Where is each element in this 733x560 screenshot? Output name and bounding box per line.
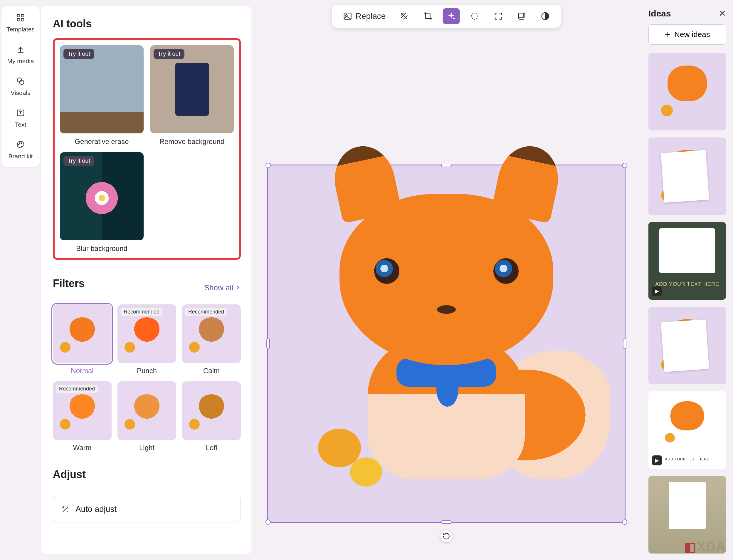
idea-thumb-3[interactable]: ADD YOUR TEXT HERE ▶	[648, 222, 726, 300]
resize-handle-bl[interactable]	[266, 519, 271, 525]
ai-remove-background[interactable]: Try it out Remove background	[150, 45, 234, 146]
resize-handle-tl[interactable]	[266, 163, 271, 168]
layers-icon	[516, 11, 526, 21]
filter-normal[interactable]: Normal	[53, 304, 112, 375]
chevron-right-icon	[235, 285, 241, 291]
filter-calm-thumb: Recommended	[182, 304, 241, 363]
ideas-heading: Ideas	[648, 9, 671, 19]
ai-blur-background[interactable]: Try it out Blur background	[60, 152, 144, 253]
expand-button[interactable]	[489, 8, 506, 24]
nav-text-label: Text	[15, 121, 26, 128]
svg-point-9	[21, 143, 22, 144]
idea-thumb-2[interactable]	[648, 138, 726, 215]
filter-punch-thumb: Recommended	[118, 304, 176, 363]
filters-heading: Filters	[53, 277, 85, 290]
image-icon	[343, 11, 353, 21]
filter-warm-thumb: Recommended	[53, 381, 112, 440]
rotate-icon	[442, 532, 450, 540]
visuals-icon	[16, 76, 25, 86]
watermark: ◧XDA	[684, 539, 726, 554]
remove-bg-icon	[399, 11, 409, 21]
filter-lofi[interactable]: Lofi	[182, 381, 241, 452]
rotate-handle[interactable]	[440, 530, 453, 543]
filter-punch-label: Punch	[137, 367, 157, 375]
video-badge-icon: ▶	[652, 455, 662, 465]
auto-adjust-label: Auto adjust	[76, 504, 117, 514]
nav-templates-label: Templates	[6, 26, 35, 33]
video-badge-icon: ▶	[652, 286, 662, 296]
idea-thumb-4[interactable]	[648, 307, 726, 384]
remove-bg-button[interactable]	[395, 8, 412, 24]
recommended-badge: Recommended	[120, 307, 163, 316]
opacity-icon	[540, 11, 550, 21]
recommended-badge: Recommended	[185, 307, 227, 316]
resize-handle-r[interactable]	[623, 338, 626, 349]
ai-remove-background-label: Remove background	[150, 138, 234, 146]
lasso-button[interactable]	[466, 8, 483, 24]
resize-handle-b[interactable]	[441, 520, 452, 524]
try-it-out-badge: Try it out	[154, 49, 185, 59]
new-ideas-button[interactable]: New ideas	[648, 24, 726, 45]
ai-generative-erase-thumb: Try it out	[60, 45, 144, 133]
magic-wand-icon	[61, 505, 70, 513]
close-ideas-button[interactable]: ✕	[719, 8, 726, 19]
layers-button[interactable]	[513, 8, 530, 24]
nav-brand-kit[interactable]: Brand kit	[9, 140, 33, 160]
resize-handle-l[interactable]	[266, 338, 270, 349]
nav-rail: Templates My media Visuals Text	[0, 0, 41, 560]
nav-card: Templates My media Visuals Text	[1, 6, 40, 167]
adjust-heading: Adjust	[53, 468, 241, 481]
nav-my-media[interactable]: My media	[7, 45, 34, 65]
svg-rect-13	[519, 13, 523, 18]
crop-button[interactable]	[419, 8, 436, 24]
auto-adjust-button[interactable]: Auto adjust	[53, 496, 241, 522]
filter-warm[interactable]: Recommended Warm	[53, 381, 112, 452]
upload-icon	[16, 45, 25, 54]
filter-light[interactable]: Light	[118, 381, 176, 452]
resize-handle-t[interactable]	[441, 164, 452, 167]
nav-templates[interactable]: Templates	[6, 13, 35, 33]
filter-punch[interactable]: Recommended Punch	[118, 304, 176, 375]
filter-calm-label: Calm	[203, 367, 220, 375]
nav-my-media-label: My media	[7, 58, 34, 65]
try-it-out-badge: Try it out	[63, 156, 94, 166]
filter-normal-thumb	[53, 304, 112, 363]
nav-visuals-label: Visuals	[11, 89, 30, 96]
filter-lofi-thumb	[182, 381, 241, 440]
text-icon	[16, 108, 25, 118]
nav-visuals[interactable]: Visuals	[11, 76, 30, 96]
crop-icon	[422, 11, 432, 21]
canvas-area[interactable]: Replace	[251, 0, 641, 560]
nav-text[interactable]: Text	[15, 108, 26, 128]
svg-rect-0	[17, 14, 20, 17]
canvas-fox-illustration	[268, 165, 625, 522]
filter-light-thumb	[118, 381, 176, 440]
opacity-button[interactable]	[536, 8, 553, 24]
svg-point-7	[19, 144, 19, 145]
idea-thumb-5[interactable]: ADD YOUR TEXT HERE ▶	[648, 391, 726, 469]
close-icon: ✕	[719, 9, 726, 18]
filters-show-all[interactable]: Show all	[204, 283, 241, 292]
plus-icon	[664, 31, 671, 38]
svg-rect-2	[17, 19, 20, 21]
replace-button[interactable]: Replace	[339, 8, 389, 24]
templates-icon	[16, 13, 25, 22]
filter-light-label: Light	[139, 444, 155, 452]
sparkle-icon	[446, 11, 456, 21]
filters-show-all-label: Show all	[204, 283, 233, 292]
filter-warm-label: Warm	[73, 444, 91, 452]
resize-handle-br[interactable]	[622, 519, 627, 525]
ai-generative-erase[interactable]: Try it out Generative erase	[60, 45, 144, 146]
resize-handle-tr[interactable]	[622, 163, 627, 168]
svg-rect-1	[21, 14, 24, 17]
filter-calm[interactable]: Recommended Calm	[182, 304, 241, 375]
idea-thumb-1[interactable]	[648, 53, 726, 130]
replace-label: Replace	[356, 11, 386, 21]
ai-remove-background-thumb: Try it out	[150, 45, 234, 133]
palette-icon	[16, 140, 25, 149]
selected-image[interactable]	[267, 165, 625, 523]
lasso-icon	[469, 11, 479, 21]
image-toolbar: Replace	[332, 5, 561, 28]
expand-icon	[493, 11, 503, 21]
filters-button[interactable]	[442, 8, 459, 24]
